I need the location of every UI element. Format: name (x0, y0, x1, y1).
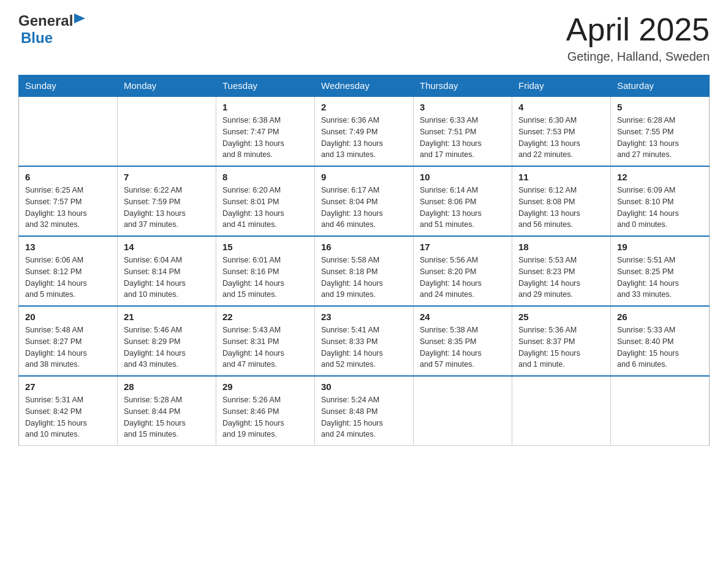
day-info: Sunrise: 5:28 AM Sunset: 8:44 PM Dayligh… (124, 394, 210, 440)
day-number: 3 (420, 102, 506, 112)
day-number: 12 (617, 172, 703, 182)
day-number: 22 (222, 312, 308, 322)
day-info: Sunrise: 6:22 AM Sunset: 7:59 PM Dayligh… (124, 185, 210, 231)
calendar-day-27: 27Sunrise: 5:31 AM Sunset: 8:42 PM Dayli… (19, 376, 118, 446)
weekday-header-sunday: Sunday (19, 75, 118, 97)
day-info: Sunrise: 5:46 AM Sunset: 8:29 PM Dayligh… (124, 324, 210, 370)
page-header: General Blue April 2025 Getinge, Halland… (18, 12, 710, 64)
day-info: Sunrise: 6:14 AM Sunset: 8:06 PM Dayligh… (420, 185, 506, 231)
calendar-empty-cell (19, 96, 118, 166)
day-info: Sunrise: 6:30 AM Sunset: 7:53 PM Dayligh… (518, 115, 604, 161)
day-number: 27 (25, 381, 111, 392)
title-section: April 2025 Getinge, Halland, Sweden (566, 12, 710, 64)
calendar-day-15: 15Sunrise: 6:01 AM Sunset: 8:16 PM Dayli… (216, 236, 315, 306)
weekday-header-tuesday: Tuesday (216, 75, 315, 97)
calendar-day-25: 25Sunrise: 5:36 AM Sunset: 8:37 PM Dayli… (512, 306, 611, 376)
calendar-day-29: 29Sunrise: 5:26 AM Sunset: 8:46 PM Dayli… (216, 376, 315, 446)
day-number: 28 (124, 381, 210, 392)
logo-general-text: General (18, 12, 73, 29)
calendar-table: SundayMondayTuesdayWednesdayThursdayFrid… (18, 75, 710, 446)
weekday-header-thursday: Thursday (414, 75, 512, 97)
day-info: Sunrise: 5:41 AM Sunset: 8:33 PM Dayligh… (321, 324, 407, 370)
day-info: Sunrise: 6:28 AM Sunset: 7:55 PM Dayligh… (617, 115, 703, 161)
calendar-day-14: 14Sunrise: 6:04 AM Sunset: 8:14 PM Dayli… (118, 236, 216, 306)
calendar-day-17: 17Sunrise: 5:56 AM Sunset: 8:20 PM Dayli… (414, 236, 512, 306)
weekday-header-wednesday: Wednesday (315, 75, 414, 97)
day-number: 18 (518, 242, 604, 252)
calendar-week-row: 6Sunrise: 6:25 AM Sunset: 7:57 PM Daylig… (19, 166, 710, 236)
day-info: Sunrise: 5:33 AM Sunset: 8:40 PM Dayligh… (617, 324, 703, 370)
day-number: 9 (321, 172, 407, 182)
day-info: Sunrise: 5:26 AM Sunset: 8:46 PM Dayligh… (222, 394, 308, 440)
day-number: 4 (518, 102, 604, 112)
day-number: 20 (25, 312, 111, 322)
calendar-day-13: 13Sunrise: 6:06 AM Sunset: 8:12 PM Dayli… (19, 236, 118, 306)
day-number: 17 (420, 242, 506, 252)
day-info: Sunrise: 5:58 AM Sunset: 8:18 PM Dayligh… (321, 255, 407, 301)
day-info: Sunrise: 5:31 AM Sunset: 8:42 PM Dayligh… (25, 394, 111, 440)
calendar-day-6: 6Sunrise: 6:25 AM Sunset: 7:57 PM Daylig… (19, 166, 118, 236)
calendar-day-5: 5Sunrise: 6:28 AM Sunset: 7:55 PM Daylig… (611, 96, 710, 166)
calendar-week-row: 27Sunrise: 5:31 AM Sunset: 8:42 PM Dayli… (19, 376, 710, 446)
day-info: Sunrise: 6:38 AM Sunset: 7:47 PM Dayligh… (222, 115, 308, 161)
day-info: Sunrise: 6:09 AM Sunset: 8:10 PM Dayligh… (617, 185, 703, 231)
day-number: 10 (420, 172, 506, 182)
calendar-week-row: 20Sunrise: 5:48 AM Sunset: 8:27 PM Dayli… (19, 306, 710, 376)
calendar-day-28: 28Sunrise: 5:28 AM Sunset: 8:44 PM Dayli… (118, 376, 216, 446)
calendar-empty-cell (512, 376, 611, 446)
day-info: Sunrise: 5:53 AM Sunset: 8:23 PM Dayligh… (518, 255, 604, 301)
day-info: Sunrise: 5:36 AM Sunset: 8:37 PM Dayligh… (518, 324, 604, 370)
day-number: 1 (222, 102, 308, 112)
day-number: 8 (222, 172, 308, 182)
weekday-header-monday: Monday (118, 75, 216, 97)
day-number: 23 (321, 312, 407, 322)
day-info: Sunrise: 6:04 AM Sunset: 8:14 PM Dayligh… (124, 255, 210, 301)
calendar-day-4: 4Sunrise: 6:30 AM Sunset: 7:53 PM Daylig… (512, 96, 611, 166)
day-number: 5 (617, 102, 703, 112)
day-info: Sunrise: 6:25 AM Sunset: 7:57 PM Dayligh… (25, 185, 111, 231)
day-number: 19 (617, 242, 703, 252)
day-info: Sunrise: 5:51 AM Sunset: 8:25 PM Dayligh… (617, 255, 703, 301)
calendar-day-18: 18Sunrise: 5:53 AM Sunset: 8:23 PM Dayli… (512, 236, 611, 306)
day-info: Sunrise: 5:56 AM Sunset: 8:20 PM Dayligh… (420, 255, 506, 301)
calendar-day-23: 23Sunrise: 5:41 AM Sunset: 8:33 PM Dayli… (315, 306, 414, 376)
svg-marker-0 (74, 13, 85, 23)
month-title: April 2025 (566, 12, 710, 47)
day-info: Sunrise: 5:38 AM Sunset: 8:35 PM Dayligh… (420, 324, 506, 370)
day-info: Sunrise: 6:20 AM Sunset: 8:01 PM Dayligh… (222, 185, 308, 231)
calendar-day-19: 19Sunrise: 5:51 AM Sunset: 8:25 PM Dayli… (611, 236, 710, 306)
day-number: 14 (124, 242, 210, 252)
calendar-day-2: 2Sunrise: 6:36 AM Sunset: 7:49 PM Daylig… (315, 96, 414, 166)
calendar-day-20: 20Sunrise: 5:48 AM Sunset: 8:27 PM Dayli… (19, 306, 118, 376)
calendar-day-9: 9Sunrise: 6:17 AM Sunset: 8:04 PM Daylig… (315, 166, 414, 236)
logo-flag-icon (74, 13, 89, 28)
calendar-day-1: 1Sunrise: 6:38 AM Sunset: 7:47 PM Daylig… (216, 96, 315, 166)
calendar-day-3: 3Sunrise: 6:33 AM Sunset: 7:51 PM Daylig… (414, 96, 512, 166)
day-info: Sunrise: 5:43 AM Sunset: 8:31 PM Dayligh… (222, 324, 308, 370)
calendar-day-11: 11Sunrise: 6:12 AM Sunset: 8:08 PM Dayli… (512, 166, 611, 236)
day-number: 11 (518, 172, 604, 182)
calendar-empty-cell (611, 376, 710, 446)
calendar-day-21: 21Sunrise: 5:46 AM Sunset: 8:29 PM Dayli… (118, 306, 216, 376)
calendar-day-16: 16Sunrise: 5:58 AM Sunset: 8:18 PM Dayli… (315, 236, 414, 306)
location-title: Getinge, Halland, Sweden (566, 50, 710, 64)
day-number: 6 (25, 172, 111, 182)
day-info: Sunrise: 5:48 AM Sunset: 8:27 PM Dayligh… (25, 324, 111, 370)
calendar-empty-cell (118, 96, 216, 166)
calendar-week-row: 1Sunrise: 6:38 AM Sunset: 7:47 PM Daylig… (19, 96, 710, 166)
weekday-header-friday: Friday (512, 75, 611, 97)
day-number: 2 (321, 102, 407, 112)
calendar-day-7: 7Sunrise: 6:22 AM Sunset: 7:59 PM Daylig… (118, 166, 216, 236)
day-info: Sunrise: 6:33 AM Sunset: 7:51 PM Dayligh… (420, 115, 506, 161)
day-number: 15 (222, 242, 308, 252)
calendar-day-26: 26Sunrise: 5:33 AM Sunset: 8:40 PM Dayli… (611, 306, 710, 376)
day-number: 7 (124, 172, 210, 182)
day-info: Sunrise: 6:12 AM Sunset: 8:08 PM Dayligh… (518, 185, 604, 231)
day-info: Sunrise: 6:36 AM Sunset: 7:49 PM Dayligh… (321, 115, 407, 161)
day-info: Sunrise: 6:06 AM Sunset: 8:12 PM Dayligh… (25, 255, 111, 301)
calendar-week-row: 13Sunrise: 6:06 AM Sunset: 8:12 PM Dayli… (19, 236, 710, 306)
calendar-day-10: 10Sunrise: 6:14 AM Sunset: 8:06 PM Dayli… (414, 166, 512, 236)
day-number: 30 (321, 381, 407, 392)
day-number: 13 (25, 242, 111, 252)
calendar-day-8: 8Sunrise: 6:20 AM Sunset: 8:01 PM Daylig… (216, 166, 315, 236)
